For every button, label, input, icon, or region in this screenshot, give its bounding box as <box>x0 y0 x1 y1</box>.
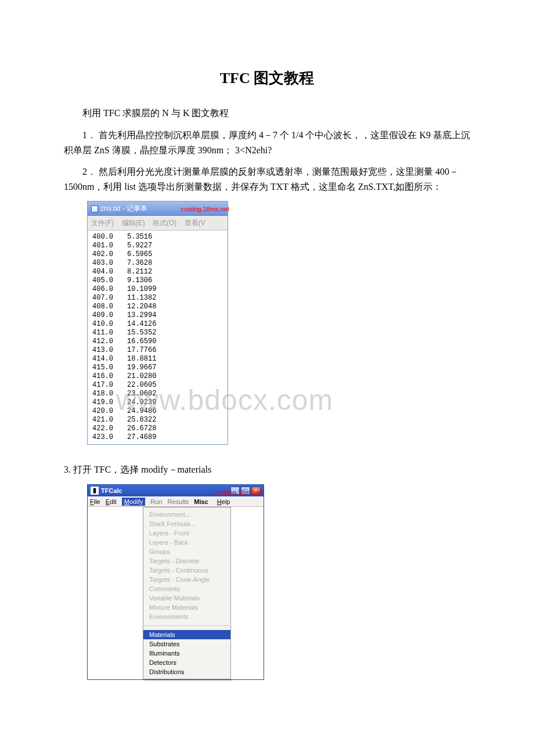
dropdown-separator <box>145 625 229 626</box>
data-row: 411.015.5352 <box>92 329 223 337</box>
data-row: 415.019.9667 <box>92 363 223 372</box>
data-row: 423.027.4689 <box>92 433 223 442</box>
watermark-site: coating.18ms.net <box>87 206 229 213</box>
wavelength-value: 406.0 <box>92 285 127 294</box>
tfcalc-body-right <box>231 507 264 679</box>
data-row: 405.09.1306 <box>92 276 223 285</box>
measurement-value: 8.2112 <box>127 268 152 276</box>
measurement-value: 12.2048 <box>127 303 156 311</box>
wavelength-value: 414.0 <box>92 355 127 363</box>
data-row: 403.07.3628 <box>92 259 223 268</box>
measurement-value: 24.0239 <box>127 398 156 407</box>
menu-run[interactable]: Run <box>150 498 162 505</box>
wavelength-value: 412.0 <box>92 337 127 346</box>
data-row: 419.024.0239 <box>92 398 223 407</box>
data-row: 422.026.6728 <box>92 424 223 433</box>
notepad-menu-edit[interactable]: 编辑(E) <box>122 219 145 227</box>
data-row: 401.05.9227 <box>92 242 223 250</box>
data-row: 413.017.7766 <box>92 346 223 355</box>
dropdown-item[interactable]: Mixture Materials <box>143 603 230 612</box>
menu-misc[interactable]: Misc <box>194 498 208 505</box>
measurement-value: 19.9667 <box>127 363 156 372</box>
page-title: TFC 图文教程 <box>64 68 470 88</box>
dropdown-item[interactable]: Distributions <box>143 667 230 676</box>
measurement-value: 7.3628 <box>127 259 152 268</box>
notepad-menu-view[interactable]: 查看(V <box>185 219 205 227</box>
data-row: 417.022.0605 <box>92 381 223 390</box>
dropdown-item[interactable]: Layers - Back <box>143 538 230 547</box>
dropdown-item[interactable]: Substrates <box>143 639 230 649</box>
wavelength-value: 407.0 <box>92 294 127 303</box>
tfcalc-screenshot: coating.18ms.net ▮ TFCalc _ □ × File Edi… <box>87 484 264 680</box>
menu-edit[interactable]: Edit <box>106 498 117 505</box>
measurement-value: 26.6728 <box>127 424 156 433</box>
wavelength-value: 402.0 <box>92 250 127 259</box>
measurement-value: 21.0280 <box>127 372 156 381</box>
data-row: 409.013.2994 <box>92 311 223 320</box>
dropdown-item[interactable]: Environments <box>143 612 230 621</box>
dropdown-item[interactable]: Detectors <box>143 658 230 667</box>
wavelength-value: 421.0 <box>92 416 127 424</box>
data-row: 412.016.6590 <box>92 337 223 346</box>
dropdown-item[interactable]: Groups <box>143 547 230 556</box>
measurement-value: 6.5965 <box>127 250 152 259</box>
dropdown-item[interactable]: Comments <box>143 584 230 593</box>
measurement-value: 11.1382 <box>127 294 156 303</box>
menu-file[interactable]: File <box>90 498 100 505</box>
data-row: 406.010.1099 <box>92 285 223 294</box>
notepad-menubar: 文件(F) 编辑(E) 格式(O) 查看(V <box>88 216 228 231</box>
menu-modify[interactable]: Modify <box>122 498 145 506</box>
measurement-value: 23.0602 <box>127 390 156 398</box>
paragraph-step2: 2． 然后利用分光光度计测量单层膜的反射率或透射率，测量范围最好宽些，这里测量 … <box>64 164 470 194</box>
dropdown-item[interactable]: Layers - Front <box>143 528 230 538</box>
watermark-site-2: coating.18ms.net <box>87 489 264 496</box>
dropdown-item[interactable]: Environment... <box>143 510 230 519</box>
paragraph-step3: 3. 打开 TFC，选择 modify－materials <box>64 462 470 477</box>
data-row: 408.012.2048 <box>92 303 223 311</box>
wavelength-value: 403.0 <box>92 259 127 268</box>
wavelength-value: 404.0 <box>92 268 127 276</box>
data-row: 421.025.8322 <box>92 416 223 424</box>
dropdown-item[interactable]: Stack Formula... <box>143 519 230 528</box>
wavelength-value: 400.0 <box>92 233 127 242</box>
dropdown-item[interactable]: Materials <box>143 630 230 639</box>
menu-help[interactable]: Help <box>217 498 230 505</box>
measurement-value: 10.1099 <box>127 285 156 294</box>
wavelength-value: 419.0 <box>92 398 127 407</box>
measurement-value: 16.6590 <box>127 337 156 346</box>
data-row: 402.06.5965 <box>92 250 223 259</box>
data-row: 400.05.3516 <box>92 233 223 242</box>
data-row: 420.024.9486 <box>92 407 223 416</box>
notepad-menu-file[interactable]: 文件(F) <box>91 219 114 227</box>
data-row: 410.014.4126 <box>92 320 223 329</box>
dropdown-item[interactable]: Targets - Discrete <box>143 556 230 566</box>
wavelength-value: 417.0 <box>92 381 127 390</box>
dropdown-item[interactable]: Targets - Continuous <box>143 566 230 575</box>
paragraph-intro: 利用 TFC 求膜层的 N 与 K 图文教程 <box>64 106 470 121</box>
data-row: 404.08.2112 <box>92 268 223 276</box>
measurement-value: 18.8811 <box>127 355 156 363</box>
measurement-value: 5.3516 <box>127 233 152 242</box>
notepad-menu-format[interactable]: 格式(O) <box>153 219 176 227</box>
notepad-content: 400.05.3516401.05.9227402.06.5965403.07.… <box>88 231 228 444</box>
wavelength-value: 409.0 <box>92 311 127 320</box>
wavelength-value: 422.0 <box>92 424 127 433</box>
data-row: 416.021.0280 <box>92 372 223 381</box>
tfcalc-menubar: File Edit Modify Run Results Misc Help <box>88 496 264 507</box>
dropdown-item[interactable]: Illuminants <box>143 649 230 658</box>
dropdown-item[interactable]: Variable Materials <box>143 593 230 603</box>
wavelength-value: 415.0 <box>92 363 127 372</box>
wavelength-value: 418.0 <box>92 390 127 398</box>
dropdown-item[interactable]: Targets - Cone-Angle <box>143 575 230 584</box>
wavelength-value: 410.0 <box>92 320 127 329</box>
measurement-value: 17.7766 <box>127 346 156 355</box>
wavelength-value: 405.0 <box>92 276 127 285</box>
wavelength-value: 411.0 <box>92 329 127 337</box>
menu-results[interactable]: Results <box>168 498 189 505</box>
measurement-value: 9.1306 <box>127 276 152 285</box>
data-row: 418.023.0602 <box>92 390 223 398</box>
wavelength-value: 408.0 <box>92 303 127 311</box>
paragraph-step1: 1． 首先利用晶控控制沉积单层膜，厚度约 4－7 个 1/4 个中心波长，，这里… <box>64 128 470 157</box>
measurement-value: 24.9486 <box>127 407 156 416</box>
wavelength-value: 413.0 <box>92 346 127 355</box>
